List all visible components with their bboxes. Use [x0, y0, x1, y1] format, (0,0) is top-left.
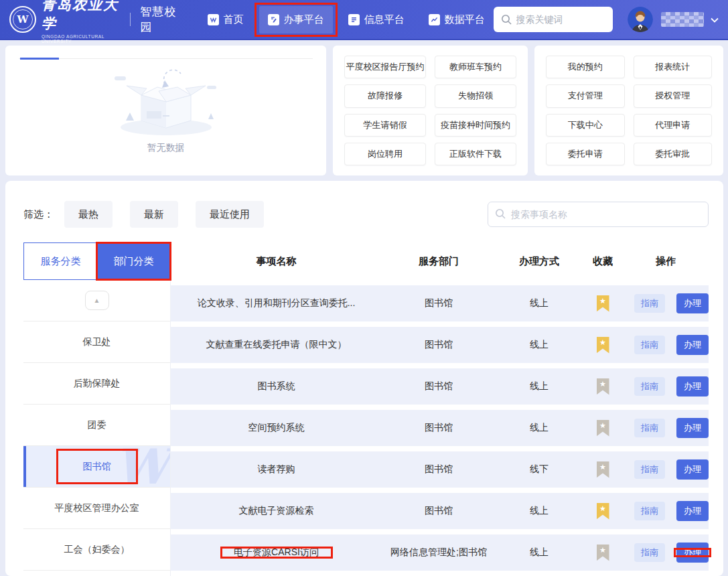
nav-item-label: 办事平台	[284, 13, 324, 26]
header-item-name: 事项名称	[171, 255, 382, 268]
service-method: 线上	[496, 422, 583, 434]
handle-button[interactable]: 办理	[676, 376, 709, 397]
favorite-bookmark-icon[interactable]: ★	[597, 461, 609, 478]
dept-item-logistics[interactable]: 后勤保障处	[23, 363, 170, 405]
personal-service-button[interactable]: 报表统计	[634, 56, 713, 78]
quick-service-button[interactable]: 平度校区报告厅预约	[344, 56, 426, 78]
personal-service-button[interactable]: 委托申请	[546, 143, 625, 165]
service-method: 线上	[496, 339, 583, 351]
university-name-block: 青岛农业大学 QINGDAO AGRICULTURAL UNIVERSITY	[42, 0, 119, 44]
service-method: 线上	[496, 380, 583, 392]
info-doc-icon	[348, 14, 360, 25]
favorite-bookmark-icon[interactable]: ★	[597, 420, 609, 437]
star-icon: ★	[597, 380, 609, 388]
nav-item-service-platform[interactable]: 办事平台	[259, 6, 333, 33]
service-name[interactable]: 文献查重在线委托申请（限中文）	[171, 339, 382, 351]
filter-hottest-button[interactable]: 最热	[64, 201, 113, 228]
handle-button[interactable]: 办理	[676, 543, 709, 563]
avatar[interactable]	[628, 7, 653, 32]
favorite-bookmark-icon[interactable]: ★	[597, 545, 609, 561]
guide-button[interactable]: 指南	[634, 502, 665, 520]
filter-recent-button[interactable]: 最近使用	[196, 201, 264, 228]
quick-service-button[interactable]: 正版软件下载	[435, 143, 516, 165]
personal-service-button[interactable]: 下载中心	[546, 114, 625, 137]
service-dept: 图书馆	[382, 380, 496, 392]
service-name[interactable]: 电子资源CARSI访问	[171, 547, 382, 559]
handle-button[interactable]: 办理	[676, 418, 709, 438]
quick-service-button[interactable]: 教师班车预约	[435, 56, 516, 78]
guide-button[interactable]: 指南	[634, 294, 665, 313]
nav-item-label: 数据平台	[445, 13, 485, 26]
category-tabs: 服务分类 部门分类	[23, 242, 171, 280]
nav-item-data-platform[interactable]: 数据平台	[420, 6, 494, 33]
filter-newest-button[interactable]: 最新	[130, 201, 178, 228]
nav-item-info-platform[interactable]: 信息平台	[340, 6, 413, 33]
logo-watermark: W	[115, 446, 169, 488]
global-search: 搜索	[494, 7, 613, 32]
filter-label: 筛选：	[23, 208, 54, 221]
handle-button[interactable]: 办理	[676, 293, 709, 313]
item-search-input[interactable]	[488, 202, 709, 227]
divider	[130, 13, 131, 26]
quick-service-button[interactable]: 学生请销假	[344, 114, 426, 137]
star-icon: ★	[597, 339, 609, 346]
handle-button[interactable]: 办理	[676, 501, 709, 521]
quick-service-button[interactable]: 故障报修	[344, 84, 426, 107]
guide-button[interactable]: 指南	[634, 543, 665, 562]
dept-item-labor-union[interactable]: 工会（妇委会）	[23, 529, 170, 571]
service-dept: 图书馆	[382, 422, 496, 434]
personal-services-card: 我的预约 报表统计 支付管理 授权管理 下载中心 代理申请 委托申请 委托审批	[534, 46, 723, 175]
dept-item-youth-league[interactable]: 团委	[23, 405, 170, 446]
star-icon: ★	[597, 297, 609, 305]
table-head-row: 服务分类 部门分类 事项名称 服务部门 办理方式 收藏 操作	[23, 242, 709, 280]
quick-service-button[interactable]: 失物招领	[435, 84, 516, 107]
nav-item-label: 首页	[224, 13, 244, 26]
favorite-bookmark-icon[interactable]: ★	[597, 337, 609, 354]
favorite-bookmark-icon[interactable]: ★	[597, 378, 609, 395]
table-row: 空间预约系统 图书馆 线上 ★ 指南 办理	[171, 410, 709, 446]
tab-department-category[interactable]: 部门分类	[97, 243, 170, 279]
personal-service-button[interactable]: 支付管理	[546, 84, 625, 107]
dept-item-library-selected[interactable]: 图书馆 W	[23, 446, 170, 488]
personal-service-button[interactable]: 委托审批	[634, 143, 713, 165]
guide-button[interactable]: 指南	[634, 336, 665, 354]
handle-button[interactable]: 办理	[676, 459, 709, 480]
search-icon	[500, 13, 512, 28]
table-row: 电子资源CARSI访问 网络信息管理处;图书馆 线上 ★ 指南 办理	[171, 534, 709, 571]
university-name-zh: 青岛农业大学	[42, 0, 119, 33]
table-row: 图书系统 图书馆 线上 ★ 指南 办理	[171, 368, 709, 405]
personal-service-button[interactable]: 代理申请	[634, 114, 713, 137]
guide-button[interactable]: 指南	[634, 419, 665, 437]
collapse-up-button[interactable]: ▲	[85, 291, 109, 310]
personal-service-button[interactable]: 我的预约	[546, 56, 625, 78]
search-icon	[494, 208, 506, 222]
service-name[interactable]: 空间预约系统	[171, 422, 382, 434]
guide-button[interactable]: 指南	[634, 377, 665, 396]
service-name[interactable]: 图书系统	[171, 380, 382, 392]
star-icon: ★	[597, 422, 609, 429]
quick-service-button[interactable]: 疫苗接种时间预约	[435, 114, 516, 137]
favorite-bookmark-icon[interactable]: ★	[597, 295, 609, 312]
handle-button[interactable]: 办理	[676, 335, 709, 355]
service-name[interactable]: 文献电子资源检索	[171, 505, 382, 517]
favorite-bookmark-icon[interactable]: ★	[597, 503, 609, 520]
quick-service-button[interactable]: 岗位聘用	[344, 143, 426, 165]
dept-item-pingdu-office[interactable]: 平度校区管理办公室	[23, 488, 170, 529]
service-method: 线上	[496, 297, 583, 309]
service-name[interactable]: 论文收录、引用和期刊分区查询委托...	[171, 297, 382, 309]
star-icon: ★	[597, 505, 609, 512]
service-doc-icon	[268, 14, 279, 25]
service-name[interactable]: 读者荐购	[171, 463, 382, 476]
nav-item-home[interactable]: 首页	[199, 6, 252, 33]
guide-button[interactable]: 指南	[634, 460, 665, 479]
service-dept: 图书馆	[382, 339, 496, 351]
tab-service-category[interactable]: 服务分类	[24, 243, 97, 279]
top-navbar: W 青岛农业大学 QINGDAO AGRICULTURAL UNIVERSITY…	[0, 0, 728, 40]
service-method: 线上	[496, 505, 583, 517]
chevron-down-icon[interactable]	[711, 13, 719, 25]
personal-service-button[interactable]: 授权管理	[634, 84, 713, 107]
card-header	[19, 46, 313, 59]
data-chart-icon	[429, 14, 440, 25]
username-blurred[interactable]	[661, 12, 704, 27]
dept-item-security[interactable]: 保卫处	[23, 321, 170, 363]
